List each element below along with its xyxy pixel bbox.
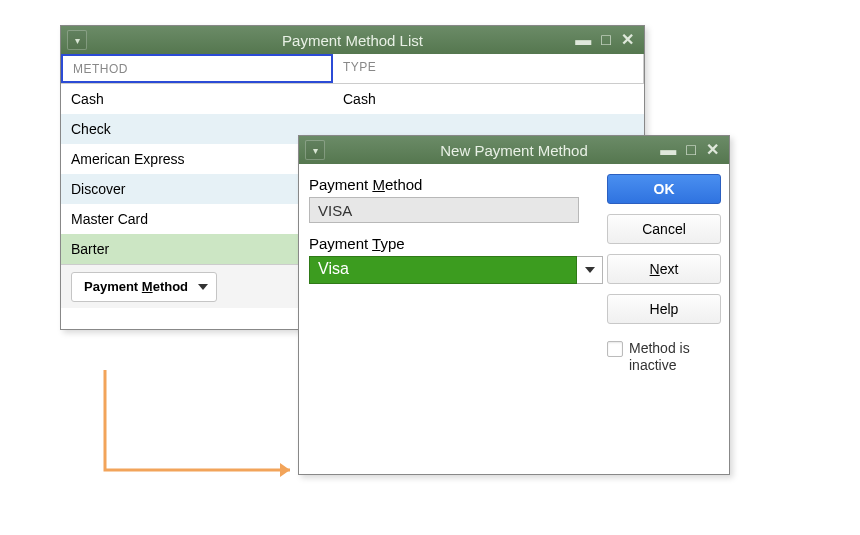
checkbox-icon	[607, 341, 623, 357]
column-header-method[interactable]: METHOD	[61, 54, 333, 83]
footer-btn-acc: M	[142, 279, 153, 294]
payment-method-input[interactable]	[309, 197, 579, 223]
minimize-icon[interactable]: ▬	[660, 142, 676, 158]
cell-method: Check	[61, 121, 333, 137]
maximize-icon[interactable]: □	[601, 32, 611, 48]
list-column-headers: METHOD TYPE	[61, 54, 644, 84]
payment-method-menu-button[interactable]: Payment Method	[71, 272, 217, 302]
list-titlebar[interactable]: ▾ Payment Method List ▬ □ ✕	[61, 26, 644, 54]
payment-method-label: Payment Method	[309, 176, 603, 193]
payment-type-dropdown-button[interactable]	[577, 256, 603, 284]
system-menu-icon[interactable]: ▾	[305, 140, 325, 160]
chevron-down-icon	[585, 267, 595, 273]
maximize-icon[interactable]: □	[686, 142, 696, 158]
chevron-down-icon	[198, 284, 208, 290]
method-inactive-checkbox[interactable]: Method is inactive	[607, 340, 721, 374]
annotation-arrow	[95, 370, 315, 510]
cell-type: Cash	[333, 91, 644, 107]
payment-type-label: Payment Type	[309, 235, 603, 252]
system-menu-icon[interactable]: ▾	[67, 30, 87, 50]
payment-type-select[interactable]: Visa	[309, 256, 603, 284]
cell-method: Barter	[61, 241, 333, 257]
method-inactive-label: Method is inactive	[629, 340, 721, 374]
list-window-title: Payment Method List	[61, 32, 644, 49]
next-button[interactable]: Next	[607, 254, 721, 284]
close-icon[interactable]: ✕	[706, 142, 719, 158]
cell-method: Discover	[61, 181, 333, 197]
new-payment-method-window: ▾ New Payment Method ▬ □ ✕ Payment Metho…	[298, 135, 730, 475]
footer-btn-pre: Payment	[84, 279, 142, 294]
modal-titlebar[interactable]: ▾ New Payment Method ▬ □ ✕	[299, 136, 729, 164]
ok-button[interactable]: OK	[607, 174, 721, 204]
help-button[interactable]: Help	[607, 294, 721, 324]
cell-method: Cash	[61, 91, 333, 107]
close-icon[interactable]: ✕	[621, 32, 634, 48]
cancel-button[interactable]: Cancel	[607, 214, 721, 244]
minimize-icon[interactable]: ▬	[575, 32, 591, 48]
cell-method: American Express	[61, 151, 333, 167]
footer-btn-post: ethod	[153, 279, 188, 294]
column-header-type[interactable]: TYPE	[333, 54, 644, 83]
cell-method: Master Card	[61, 211, 333, 227]
table-row[interactable]: Cash Cash	[61, 84, 644, 114]
payment-type-value: Visa	[309, 256, 577, 284]
